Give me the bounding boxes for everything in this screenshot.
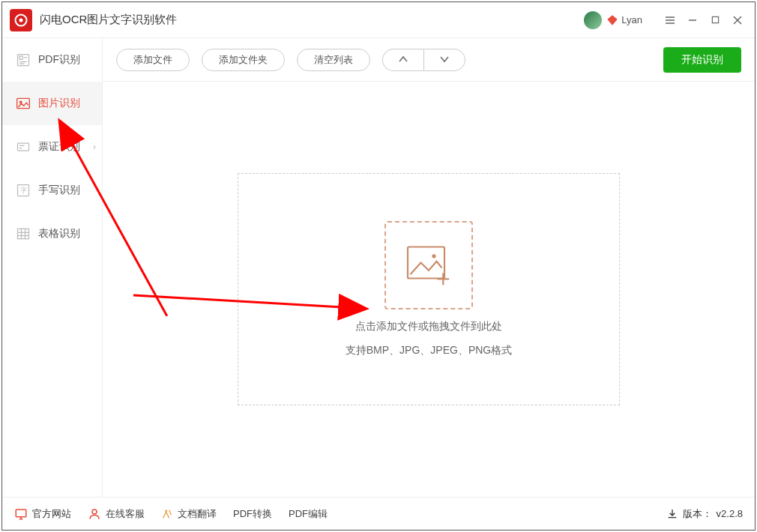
svg-point-27: [432, 254, 435, 258]
footer-label: 文档翻译: [178, 507, 217, 521]
image-icon: [16, 96, 31, 111]
handwriting-icon: 字: [16, 183, 31, 198]
svg-rect-26: [408, 247, 444, 279]
vip-icon: [606, 14, 618, 26]
footer-label: 在线客服: [106, 507, 145, 521]
maximize-button[interactable]: [705, 10, 725, 30]
drop-zone[interactable]: 点击添加文件或拖拽文件到此处 支持BMP、JPG、JPEG、PNG格式: [238, 173, 620, 405]
sidebar-item-label: PDF识别: [38, 53, 80, 67]
svg-rect-6: [712, 16, 718, 22]
add-folder-button[interactable]: 添加文件夹: [202, 49, 285, 71]
footer-label: PDF转换: [233, 507, 272, 521]
svg-point-33: [92, 510, 97, 514]
svg-point-1: [19, 18, 23, 22]
sidebar-item-label: 图片识别: [38, 97, 80, 110]
ticket-icon: [16, 139, 31, 154]
download-icon: [666, 508, 678, 520]
sidebar-item-pdf[interactable]: PDF识别: [2, 38, 102, 82]
version-info: 版本：v2.2.8: [666, 507, 743, 521]
footer-official-site[interactable]: 官方网站: [14, 507, 71, 521]
pdf-icon: [16, 52, 31, 67]
footer-pdf-edit[interactable]: PDF编辑: [289, 507, 328, 521]
sidebar-item-ticket[interactable]: 票证识别 ›: [2, 125, 102, 169]
menu-button[interactable]: [660, 10, 680, 30]
svg-rect-30: [16, 510, 26, 517]
footer-pdf-convert[interactable]: PDF转换: [233, 507, 272, 521]
svg-rect-21: [18, 229, 29, 238]
sidebar-item-label: 表格识别: [38, 227, 80, 241]
start-recognition-button[interactable]: 开始识别: [663, 47, 741, 73]
footer-translate[interactable]: 文档翻译: [161, 507, 217, 521]
sidebar-item-image[interactable]: 图片识别: [2, 82, 102, 125]
svg-rect-10: [19, 56, 22, 59]
drop-zone-inner: [384, 221, 473, 309]
close-button[interactable]: [728, 10, 747, 30]
svg-rect-16: [18, 143, 29, 151]
drop-text-1: 点击添加文件或拖拽文件到此处: [355, 320, 502, 333]
app-logo: [10, 9, 32, 31]
sidebar-item-handwriting[interactable]: 字 手写识别: [2, 169, 102, 212]
move-down-button[interactable]: [423, 49, 465, 71]
user-avatar[interactable]: [584, 11, 602, 29]
clear-list-button[interactable]: 清空列表: [297, 49, 370, 71]
username[interactable]: Lyan: [621, 14, 642, 25]
minimize-button[interactable]: [683, 10, 702, 30]
app-title: 闪电OCR图片文字识别软件: [40, 13, 177, 27]
move-up-button[interactable]: [382, 49, 423, 71]
chevron-right-icon: ›: [93, 142, 96, 152]
sidebar-item-label: 票证识别: [38, 140, 80, 154]
sidebar-item-table[interactable]: 表格识别: [2, 212, 102, 256]
sidebar-item-label: 手写识别: [38, 184, 80, 197]
drop-text-2: 支持BMP、JPG、JPEG、PNG格式: [346, 344, 512, 357]
footer-customer-service[interactable]: 在线客服: [88, 507, 145, 521]
footer-label: PDF编辑: [289, 507, 328, 521]
table-icon: [16, 226, 31, 241]
footer-label: 官方网站: [32, 507, 71, 521]
add-file-button[interactable]: 添加文件: [116, 49, 190, 71]
svg-text:字: 字: [20, 187, 27, 194]
